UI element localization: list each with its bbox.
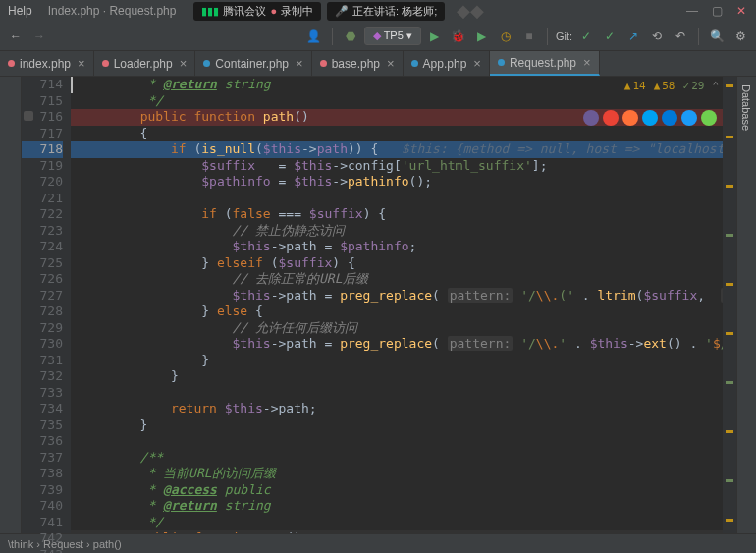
line-number[interactable]: 736 [22, 433, 63, 450]
line-number[interactable]: 715 [22, 93, 63, 110]
browser-icon[interactable] [603, 110, 619, 126]
code-line[interactable]: */ [71, 515, 723, 531]
code-line[interactable]: public function ext() [71, 530, 723, 533]
browser-icon[interactable] [701, 110, 717, 126]
git-commit-icon[interactable]: ✓ [576, 27, 596, 46]
inspection-badges[interactable]: ▲ 14 ▲ 58 ✓ 29 ⌃ [624, 79, 719, 95]
stripe-mark[interactable] [726, 519, 733, 522]
browser-icon[interactable] [583, 110, 599, 126]
code-line[interactable]: } else { [71, 304, 723, 320]
run-icon[interactable]: ▶ [425, 27, 445, 46]
line-number[interactable]: 740 [22, 498, 63, 515]
code-line[interactable]: $suffix = $this->config['url_html_suffix… [71, 158, 723, 175]
code-line[interactable]: * 当前URL的访问后缀 [71, 466, 723, 482]
browser-icons[interactable] [583, 110, 717, 126]
right-tool-stripe[interactable]: Database [736, 77, 756, 533]
line-number[interactable]: 742 [22, 530, 63, 547]
code-line[interactable]: * @access public [71, 482, 723, 499]
stripe-mark[interactable] [726, 234, 733, 237]
stripe-mark[interactable] [726, 283, 733, 286]
tab-Loader-php[interactable]: Loader.php× [94, 51, 196, 76]
code-line[interactable]: return $this->path; [71, 401, 723, 417]
line-number[interactable]: 721 [22, 191, 63, 207]
expand-icon[interactable]: ⌃ [712, 79, 719, 95]
code-line[interactable]: { [71, 126, 723, 142]
line-number[interactable]: 724 [22, 239, 63, 255]
code-line[interactable]: // 去除正常的URL后缀 [71, 271, 723, 288]
line-number[interactable]: 730 [22, 336, 63, 353]
browser-icon[interactable] [681, 110, 697, 126]
debug-icon[interactable]: 🐞 [449, 27, 468, 46]
tab-Container-php[interactable]: Container.php× [195, 51, 311, 76]
stripe-mark[interactable] [726, 332, 733, 335]
code-line[interactable]: $this->path = preg_replace( pattern: '/\… [71, 288, 723, 304]
code-line[interactable]: } elseif ($suffix) { [71, 255, 723, 272]
browser-icon[interactable] [662, 110, 677, 126]
line-number[interactable]: 725 [22, 255, 63, 272]
stripe-mark[interactable] [726, 185, 733, 188]
profile-icon[interactable]: ◷ [496, 27, 515, 46]
code-line[interactable]: } [71, 417, 723, 434]
git-push-icon[interactable]: ✓ [600, 27, 620, 46]
line-number[interactable]: 733 [22, 385, 63, 402]
line-gutter[interactable]: 714715✎716717718719720721722723724725726… [22, 77, 71, 533]
forward-icon[interactable]: → [29, 27, 49, 46]
line-number[interactable]: 737 [22, 450, 63, 467]
browser-icon[interactable] [642, 110, 658, 126]
line-number[interactable]: ✎716 [22, 109, 63, 126]
line-number[interactable]: 727 [22, 288, 63, 304]
line-number[interactable]: 735 [22, 417, 63, 434]
close-icon[interactable]: × [78, 56, 85, 71]
code-line[interactable]: // 允许任何后缀访问 [71, 320, 723, 337]
build-icon[interactable]: ⬣ [341, 27, 360, 46]
stripe-mark[interactable] [726, 84, 733, 87]
stop-icon[interactable]: ■ [519, 27, 539, 46]
tab-index-php[interactable]: index.php× [0, 51, 94, 76]
line-number[interactable]: 719 [22, 158, 63, 175]
stripe-mark[interactable] [726, 430, 733, 433]
line-number[interactable]: 738 [22, 466, 63, 482]
coverage-icon[interactable]: ▶ [472, 27, 492, 46]
line-number[interactable]: 722 [22, 206, 63, 223]
warn-count[interactable]: ▲ 58 [654, 79, 675, 95]
code-line[interactable]: $this->path = preg_replace( pattern: '/\… [71, 336, 723, 353]
browser-icon[interactable] [622, 110, 638, 126]
line-number[interactable]: 729 [22, 320, 63, 337]
tab-Request-php[interactable]: Request.php× [490, 51, 600, 76]
code-line[interactable]: */ [71, 93, 723, 110]
close-icon[interactable]: × [473, 56, 481, 71]
line-number[interactable]: 743 [22, 547, 63, 554]
code-line[interactable]: $pathinfo = $this->pathinfo(); [71, 174, 723, 191]
close-icon[interactable]: ✕ [736, 4, 746, 18]
line-number[interactable]: 726 [22, 271, 63, 288]
code-line[interactable]: if (false === $suffix) { [71, 206, 723, 223]
git-update-icon[interactable]: ↗ [623, 27, 643, 46]
settings-icon[interactable]: ⚙ [730, 27, 750, 46]
git-history-icon[interactable]: ⟲ [647, 27, 667, 46]
code-line[interactable]: * @return string [71, 498, 723, 515]
line-number[interactable]: 741 [22, 515, 63, 531]
error-count[interactable]: ▲ 14 [624, 79, 646, 95]
stripe-mark[interactable] [726, 136, 733, 138]
line-number[interactable]: 720 [22, 174, 63, 191]
back-icon[interactable]: ← [6, 27, 26, 46]
code-line[interactable] [71, 191, 723, 207]
line-number[interactable]: 717 [22, 126, 63, 142]
tab-App-php[interactable]: App.php× [404, 51, 490, 76]
git-revert-icon[interactable]: ↶ [671, 27, 690, 46]
close-icon[interactable]: × [180, 56, 188, 71]
line-number[interactable]: 731 [22, 353, 63, 369]
menu-help[interactable]: Help [0, 4, 40, 18]
close-icon[interactable]: × [296, 56, 303, 71]
database-tool-button[interactable]: Database [737, 77, 755, 138]
close-icon[interactable]: × [583, 55, 591, 70]
line-number[interactable]: 728 [22, 304, 63, 320]
line-number[interactable]: 739 [22, 482, 63, 499]
project-tool-button[interactable] [0, 77, 8, 92]
run-config-select[interactable]: ◆ TP5 ▾ [364, 27, 421, 45]
code-line[interactable] [71, 385, 723, 402]
stripe-mark[interactable] [726, 479, 733, 482]
error-stripe[interactable] [723, 77, 736, 533]
search-icon[interactable]: 🔍 [707, 27, 727, 46]
line-number[interactable]: 734 [22, 401, 63, 417]
